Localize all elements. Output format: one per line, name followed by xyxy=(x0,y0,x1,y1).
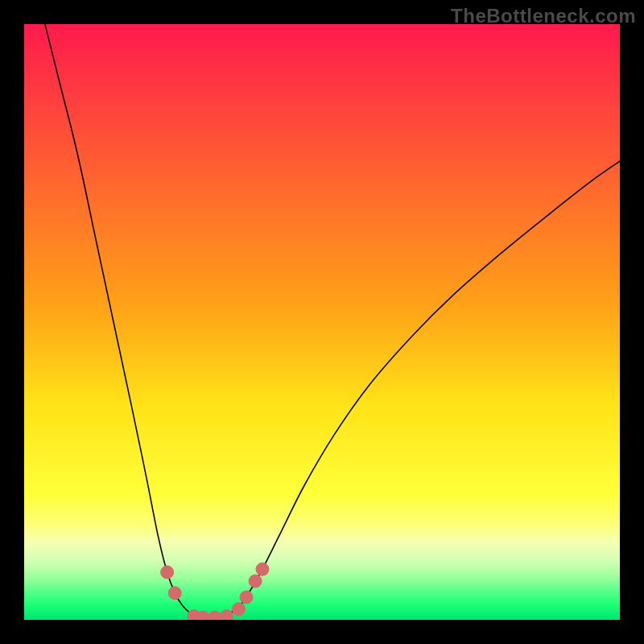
curve-marker xyxy=(161,566,174,579)
watermark-text: TheBottleneck.com xyxy=(451,5,636,27)
curve-marker xyxy=(221,610,233,620)
chart-frame: TheBottleneck.com xyxy=(0,0,644,644)
curve-marker xyxy=(232,603,245,616)
curve-marker xyxy=(168,587,181,600)
curve-marker xyxy=(240,591,253,604)
curve-marker xyxy=(208,611,221,620)
curve-marker xyxy=(249,575,262,588)
curve-marker xyxy=(196,611,209,620)
bottleneck-curve-chart xyxy=(24,24,620,620)
curve-marker xyxy=(256,563,269,576)
plot-area xyxy=(24,24,620,620)
